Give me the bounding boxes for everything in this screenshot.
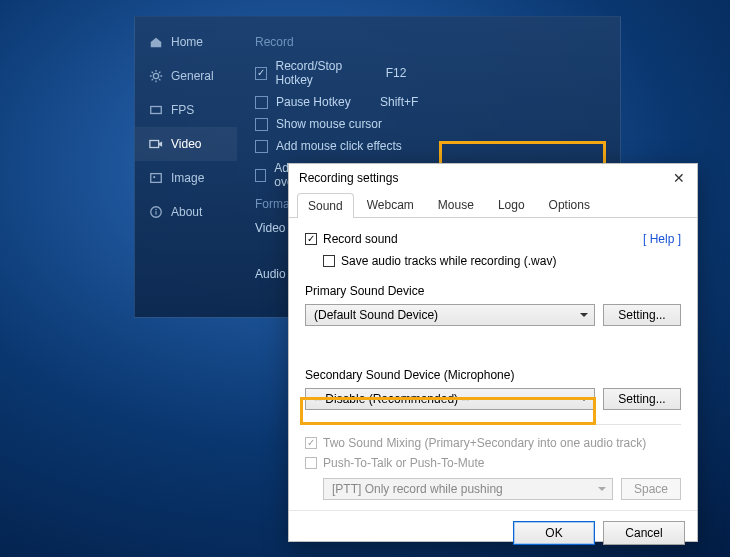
gear-icon: [149, 69, 163, 83]
checkbox-record-sound[interactable]: Record sound: [305, 232, 398, 246]
separator: [305, 424, 681, 425]
sidebar-item-label: General: [171, 69, 214, 83]
checkbox-show-cursor[interactable]: [255, 118, 268, 131]
svg-rect-2: [150, 141, 159, 148]
checkbox-two-sound-mixing: Two Sound Mixing (Primary+Secondary into…: [305, 436, 646, 450]
checkbox-label: Save audio tracks while recording (.wav): [341, 254, 556, 268]
recording-settings-dialog: Recording settings ✕ Sound Webcam Mouse …: [288, 163, 698, 542]
info-icon: [149, 205, 163, 219]
svg-rect-3: [151, 174, 162, 183]
select-primary-device[interactable]: (Default Sound Device): [305, 304, 595, 326]
svg-point-0: [153, 73, 158, 78]
sidebar-item-video[interactable]: Video: [135, 127, 237, 161]
sidebar-item-fps[interactable]: FPS: [135, 93, 237, 127]
row-label: Add mouse click effects: [276, 139, 402, 153]
row-label: Record/Stop Hotkey: [275, 59, 377, 87]
cancel-button[interactable]: Cancel: [603, 521, 685, 545]
dialog-footer: OK Cancel: [289, 510, 697, 555]
close-icon[interactable]: ✕: [669, 170, 689, 186]
video-icon: [149, 137, 163, 151]
label-primary-device: Primary Sound Device: [305, 284, 681, 298]
svg-rect-7: [155, 209, 156, 210]
checkbox-icon: [323, 255, 335, 267]
dialog-title: Recording settings: [299, 171, 398, 185]
row-value: F12: [386, 66, 500, 80]
checkbox-pause-hotkey[interactable]: [255, 96, 268, 109]
checkbox-icon: [305, 233, 317, 245]
tab-panel-sound: Record sound [ Help ] Save audio tracks …: [289, 218, 697, 510]
sidebar-item-label: Image: [171, 171, 204, 185]
dialog-titlebar: Recording settings ✕: [289, 164, 697, 192]
tab-logo[interactable]: Logo: [487, 192, 536, 217]
checkbox-webcam-overlay[interactable]: [255, 169, 266, 182]
checkbox-click-effects[interactable]: [255, 140, 268, 153]
section-record-title: Record: [255, 35, 500, 49]
primary-setting-button[interactable]: Setting...: [603, 304, 681, 326]
svg-point-4: [153, 176, 155, 178]
checkbox-record-hotkey[interactable]: [255, 67, 267, 80]
ok-button[interactable]: OK: [513, 521, 595, 545]
help-link[interactable]: [ Help ]: [643, 232, 681, 246]
home-icon: [149, 35, 163, 49]
row-value: Shift+F: [380, 95, 500, 109]
checkbox-label: Record sound: [323, 232, 398, 246]
dialog-tabs: Sound Webcam Mouse Logo Options: [289, 192, 697, 218]
svg-rect-6: [155, 211, 156, 215]
checkbox-icon: [305, 437, 317, 449]
row-label: Pause Hotkey: [276, 95, 351, 109]
row-label: Show mouse cursor: [276, 117, 382, 131]
select-value: [PTT] Only record while pushing: [332, 482, 503, 496]
select-value: -- Disable (Recommended) --: [314, 392, 469, 406]
row-pause-hotkey: Pause Hotkey Shift+F: [255, 95, 500, 109]
checkbox-icon: [305, 457, 317, 469]
svg-rect-1: [151, 107, 162, 114]
sidebar-item-label: FPS: [171, 103, 194, 117]
tab-sound[interactable]: Sound: [297, 193, 354, 218]
tab-webcam[interactable]: Webcam: [356, 192, 425, 217]
tab-options[interactable]: Options: [538, 192, 601, 217]
label-secondary-device: Secondary Sound Device (Microphone): [305, 368, 681, 382]
image-icon: [149, 171, 163, 185]
checkbox-label: Two Sound Mixing (Primary+Secondary into…: [323, 436, 646, 450]
checkbox-label: Push-To-Talk or Push-To-Mute: [323, 456, 484, 470]
row-show-cursor: Show mouse cursor: [255, 117, 500, 131]
select-value: (Default Sound Device): [314, 308, 438, 322]
checkbox-save-audio-tracks[interactable]: Save audio tracks while recording (.wav): [323, 254, 556, 268]
sidebar-item-label: Video: [171, 137, 201, 151]
secondary-setting-button[interactable]: Setting...: [603, 388, 681, 410]
sidebar-item-general[interactable]: General: [135, 59, 237, 93]
sidebar-item-home[interactable]: Home: [135, 25, 237, 59]
row-record-hotkey: Record/Stop Hotkey F12: [255, 59, 500, 87]
select-ptt-mode: [PTT] Only record while pushing: [323, 478, 613, 500]
sidebar-item-label: About: [171, 205, 202, 219]
row-click-effects: Add mouse click effects: [255, 139, 500, 153]
fps-icon: [149, 103, 163, 117]
select-secondary-device[interactable]: -- Disable (Recommended) --: [305, 388, 595, 410]
checkbox-push-to-talk: Push-To-Talk or Push-To-Mute: [305, 456, 484, 470]
tab-mouse[interactable]: Mouse: [427, 192, 485, 217]
sidebar-item-about[interactable]: About: [135, 195, 237, 229]
sidebar: Home General FPS Video Image About: [135, 17, 237, 317]
ptt-hotkey-field: Space: [621, 478, 681, 500]
sidebar-item-image[interactable]: Image: [135, 161, 237, 195]
sidebar-item-label: Home: [171, 35, 203, 49]
